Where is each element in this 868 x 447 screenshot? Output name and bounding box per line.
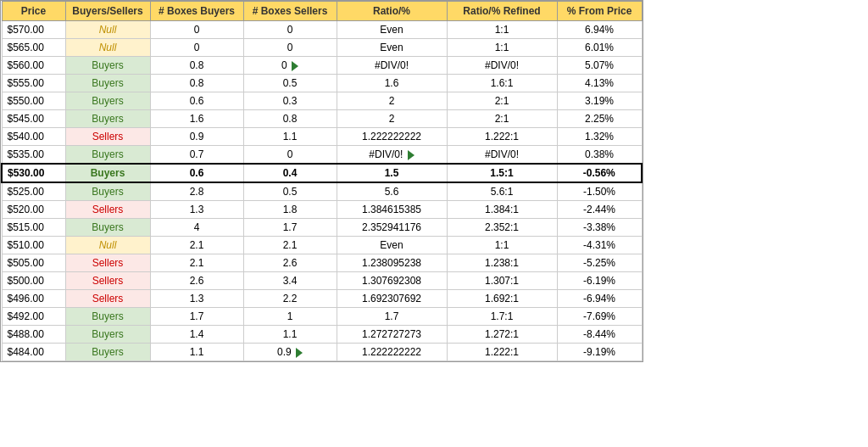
boxes-sellers-cell: 1	[243, 308, 337, 326]
table-row: $520.00Sellers1.31.81.3846153851.384:1-2…	[2, 201, 642, 219]
table-row: $505.00Sellers2.12.61.2380952381.238:1-5…	[2, 254, 642, 272]
ratio-cell: 2	[337, 92, 447, 110]
boxes-sellers-cell: 2.2	[243, 290, 337, 308]
ratio-refined-cell: 1:1	[447, 21, 557, 39]
boxes-sellers-cell: 2.1	[243, 237, 337, 254]
ratio-refined-cell: 1:1	[447, 39, 557, 57]
triangle-sellers-icon	[296, 348, 303, 358]
boxes-buyers-cell: 0	[150, 39, 243, 57]
ratio-refined-cell: 2.352:1	[447, 219, 557, 237]
table-row: $570.00Null00Even1:16.94%	[2, 21, 642, 39]
table-row: $555.00Buyers0.80.51.61.6:14.13%	[2, 75, 642, 92]
price-cell: $530.00	[2, 164, 65, 182]
boxes-sellers-cell: 0	[243, 57, 337, 75]
price-cell: $515.00	[2, 219, 65, 237]
ratio-refined-cell: #DIV/0!	[447, 146, 557, 165]
price-cell: $484.00	[2, 344, 65, 361]
price-table: Price Buyers/Sellers # Boxes Buyers # Bo…	[1, 1, 643, 361]
from-price-cell: -3.38%	[557, 219, 642, 237]
boxes-buyers-cell: 2.1	[150, 237, 243, 254]
boxes-sellers-cell: 0.9	[243, 344, 337, 361]
boxes-buyers-cell: 1.6	[150, 110, 243, 128]
boxes-buyers-cell: 1.1	[150, 344, 243, 361]
type-cell: Buyers	[65, 164, 150, 182]
col-header-price: Price	[2, 2, 65, 21]
boxes-buyers-cell: 0	[150, 21, 243, 39]
table-row: $510.00Null2.12.1Even1:1-4.31%	[2, 237, 642, 254]
boxes-buyers-cell: 0.9	[150, 128, 243, 146]
type-cell: Buyers	[65, 110, 150, 128]
from-price-cell: -2.44%	[557, 201, 642, 219]
price-cell: $555.00	[2, 75, 65, 92]
boxes-buyers-cell: 2.8	[150, 182, 243, 201]
ratio-refined-cell: 2:1	[447, 110, 557, 128]
type-cell: Null	[65, 237, 150, 254]
boxes-sellers-cell: 1.1	[243, 128, 337, 146]
type-cell: Sellers	[65, 201, 150, 219]
type-cell: Sellers	[65, 272, 150, 290]
triangle-sellers-icon	[292, 61, 298, 71]
boxes-buyers-cell: 0.6	[150, 164, 243, 182]
boxes-sellers-cell: 0.5	[243, 75, 337, 92]
price-cell: $560.00	[2, 57, 65, 75]
price-cell: $492.00	[2, 308, 65, 326]
table-row: $530.00Buyers0.60.41.51.5:1-0.56%	[2, 164, 642, 182]
ratio-refined-cell: 1.238:1	[447, 254, 557, 272]
col-header-ratio: Ratio/%	[337, 2, 447, 21]
from-price-cell: 6.94%	[557, 21, 642, 39]
boxes-buyers-cell: 0.7	[150, 146, 243, 165]
price-cell: $540.00	[2, 128, 65, 146]
from-price-cell: -6.94%	[557, 290, 642, 308]
price-cell: $488.00	[2, 326, 65, 344]
ratio-refined-cell: 5.6:1	[447, 182, 557, 201]
ratio-refined-cell: #DIV/0!	[447, 57, 557, 75]
type-cell: Buyers	[65, 182, 150, 201]
boxes-buyers-cell: 0.8	[150, 75, 243, 92]
price-cell: $496.00	[2, 290, 65, 308]
table-row: $500.00Sellers2.63.41.3076923081.307:1-6…	[2, 272, 642, 290]
ratio-refined-cell: 1.384:1	[447, 201, 557, 219]
ratio-cell: #DIV/0!	[337, 146, 447, 165]
boxes-buyers-cell: 2.6	[150, 272, 243, 290]
type-cell: Buyers	[65, 219, 150, 237]
ratio-cell: 1.5	[337, 164, 447, 182]
from-price-cell: -7.69%	[557, 308, 642, 326]
boxes-sellers-cell: 0	[243, 21, 337, 39]
table-row: $535.00Buyers0.70#DIV/0! #DIV/0!0.38%	[2, 146, 642, 165]
boxes-buyers-cell: 0.8	[150, 57, 243, 75]
type-cell: Null	[65, 21, 150, 39]
boxes-sellers-cell: 0.5	[243, 182, 337, 201]
table-row: $565.00Null00Even1:16.01%	[2, 39, 642, 57]
ratio-refined-cell: 1.307:1	[447, 272, 557, 290]
table-row: $540.00Sellers0.91.11.2222222221.222:11.…	[2, 128, 642, 146]
from-price-cell: -9.19%	[557, 344, 642, 361]
ratio-refined-cell: 1.692:1	[447, 290, 557, 308]
type-cell: Buyers	[65, 57, 150, 75]
ratio-cell: Even	[337, 39, 447, 57]
ratio-refined-cell: 2:1	[447, 92, 557, 110]
price-cell: $505.00	[2, 254, 65, 272]
triangle-buyers-icon	[408, 150, 415, 160]
col-header-boxes-sellers: # Boxes Sellers	[243, 2, 337, 21]
from-price-cell: 5.07%	[557, 57, 642, 75]
from-price-cell: 3.19%	[557, 92, 642, 110]
ratio-refined-cell: 1.7:1	[447, 308, 557, 326]
boxes-sellers-cell: 0.4	[243, 164, 337, 182]
table-row: $515.00Buyers41.72.3529411762.352:1-3.38…	[2, 219, 642, 237]
from-price-label: % From Price	[567, 5, 632, 17]
type-cell: Null	[65, 39, 150, 57]
from-price-cell: -1.50%	[557, 182, 642, 201]
ratio-cell: 1.692307692	[337, 290, 447, 308]
ratio-refined-cell: 1.6:1	[447, 75, 557, 92]
from-price-cell: 2.25%	[557, 110, 642, 128]
ratio-cell: 1.384615385	[337, 201, 447, 219]
boxes-sellers-cell: 3.4	[243, 272, 337, 290]
price-cell: $550.00	[2, 92, 65, 110]
from-price-cell: 1.32%	[557, 128, 642, 146]
boxes-buyers-cell: 0.6	[150, 92, 243, 110]
ratio-cell: 1.6	[337, 75, 447, 92]
price-cell: $520.00	[2, 201, 65, 219]
boxes-buyers-cell: 1.4	[150, 326, 243, 344]
ratio-cell: 2	[337, 110, 447, 128]
price-cell: $525.00	[2, 182, 65, 201]
